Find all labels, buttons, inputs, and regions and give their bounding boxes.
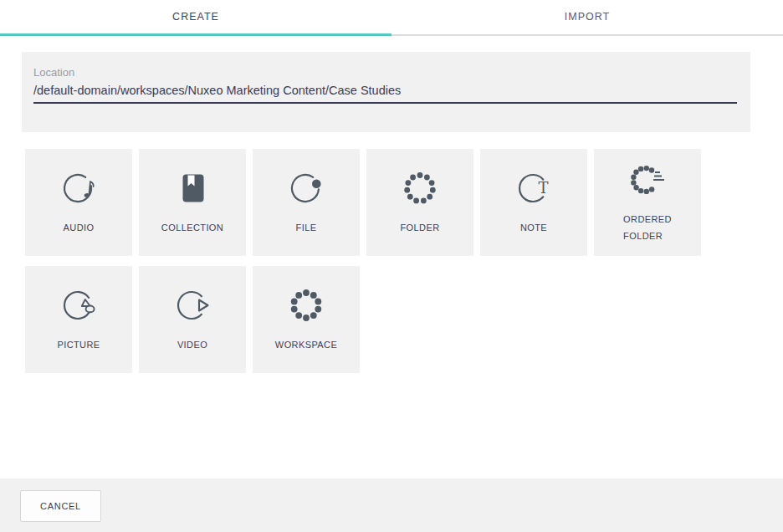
tab-create-label: CREATE xyxy=(172,11,219,23)
doc-type-label: COLLECTION xyxy=(161,219,223,236)
location-input[interactable] xyxy=(33,84,737,104)
doc-type-label: WORKSPACE xyxy=(275,336,337,353)
doc-type-label: AUDIO xyxy=(64,219,95,236)
doc-type-label: FILE xyxy=(296,219,317,236)
cancel-button[interactable]: CANCEL xyxy=(20,490,101,522)
tile-audio[interactable]: AUDIO xyxy=(25,149,132,256)
svg-text:T: T xyxy=(538,178,548,196)
tab-import[interactable]: IMPORT xyxy=(392,0,783,34)
create-document-dialog: CREATE IMPORT Location AUDIO COLLECTION … xyxy=(0,0,783,532)
tile-note[interactable]: T NOTE xyxy=(480,149,587,256)
audio-note-circle-icon xyxy=(60,170,97,207)
note-letter-circle-icon: T xyxy=(515,170,552,207)
tile-video[interactable]: VIDEO xyxy=(139,266,246,373)
doc-type-label: NOTE xyxy=(520,219,547,236)
doc-type-grid: AUDIO COLLECTION FILE FOLDER T NOTE ORDE… xyxy=(25,149,701,373)
tile-folder[interactable]: FOLDER xyxy=(366,149,473,256)
active-tab-indicator xyxy=(0,33,392,36)
tile-picture[interactable]: PICTURE xyxy=(25,266,132,373)
location-label: Location xyxy=(33,66,737,79)
tab-create[interactable]: CREATE xyxy=(0,0,392,34)
tile-file[interactable]: FILE xyxy=(253,149,360,256)
location-panel: Location xyxy=(22,52,750,132)
tile-workspace[interactable]: WORKSPACE xyxy=(253,266,360,373)
picture-shapes-circle-icon xyxy=(60,287,97,324)
footer-bar: CANCEL xyxy=(0,478,783,532)
tile-collection[interactable]: COLLECTION xyxy=(139,149,246,256)
doc-type-label: PICTURE xyxy=(57,336,100,353)
tab-bar: CREATE IMPORT xyxy=(0,0,783,36)
folder-dotted-circle-icon xyxy=(402,170,438,207)
tab-import-label: IMPORT xyxy=(565,11,610,23)
tile-ordered-folder[interactable]: ORDERED FOLDER xyxy=(594,149,701,256)
doc-type-label: FOLDER xyxy=(400,219,439,236)
video-play-circle-icon xyxy=(174,287,211,324)
workspace-dotted-circle-icon xyxy=(288,287,325,324)
ordered-folder-dotted-list-icon xyxy=(629,161,666,198)
file-dot-circle-icon xyxy=(288,170,325,207)
doc-type-label: VIDEO xyxy=(177,336,207,353)
doc-type-label: ORDERED FOLDER xyxy=(623,211,672,244)
collection-book-icon xyxy=(174,170,211,207)
